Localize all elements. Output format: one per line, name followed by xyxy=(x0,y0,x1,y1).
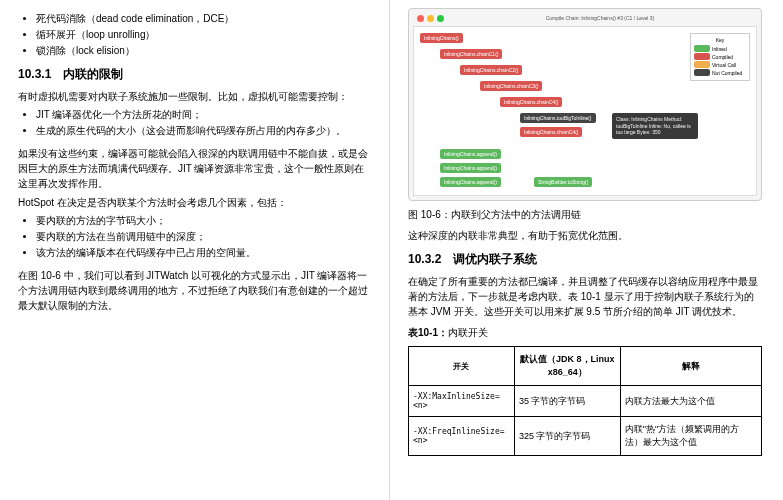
section-heading-10-3-2: 10.3.2调优内联子系统 xyxy=(408,251,762,268)
window-titlebar: Compile Chain: InliningChains() #3 (C1 /… xyxy=(413,13,757,24)
inline-switches-table: 开关 默认值（JDK 8，Linux x86_64） 解释 -XX:MaxInl… xyxy=(408,346,762,456)
window-chrome: Compile Chain: InliningChains() #3 (C1 /… xyxy=(408,8,762,201)
chain-node-inlined[interactable]: InliningChains.append() xyxy=(440,163,501,173)
page-right: Compile Chain: InliningChains() #3 (C1 /… xyxy=(390,0,780,500)
bullet: 生成的原生代码的大小（这会进而影响代码缓存所占用的内存多少）。 xyxy=(36,124,371,138)
minimize-icon[interactable] xyxy=(427,15,434,22)
chain-node-inlined[interactable]: InliningChains.append() xyxy=(440,177,501,187)
chain-node-inlined[interactable]: InliningChains.append() xyxy=(440,149,501,159)
bullets-optimizations: 死代码消除（dead code elimination，DCE） 循环展开（lo… xyxy=(36,12,371,58)
th-default: 默认值（JDK 8，Linux x86_64） xyxy=(514,347,620,386)
figure-caption: 图 10-6：内联到父方法中的方法调用链 xyxy=(408,207,762,222)
compile-chain-canvas: InliningChains() InliningChains.chainC1(… xyxy=(413,26,757,196)
maximize-icon[interactable] xyxy=(437,15,444,22)
bullet: 循环展开（loop unrolling） xyxy=(36,28,371,42)
table-row: -XX:FreqInlineSize=<n> 325 字节的字节码 内联"热"方… xyxy=(409,417,762,456)
bullets-limits: JIT 编译器优化一个方法所花的时间； 生成的原生代码的大小（这会进而影响代码缓… xyxy=(36,108,371,138)
paragraph: 这种深度的内联非常典型，有助于拓宽优化范围。 xyxy=(408,228,762,243)
tooltip: Class: InliningChains Method: tooBigToIn… xyxy=(612,113,698,139)
chain-node-not-inlined[interactable]: InliningChains.tooBigToInline() xyxy=(520,113,596,123)
window-title: Compile Chain: InliningChains() #3 (C1 /… xyxy=(447,15,753,22)
chain-node[interactable]: InliningChains.chainC3() xyxy=(480,81,542,91)
chain-node-inlined[interactable]: StringBuilder.toString() xyxy=(534,177,592,187)
th-switch: 开关 xyxy=(409,347,515,386)
th-explain: 解释 xyxy=(620,347,761,386)
close-icon[interactable] xyxy=(417,15,424,22)
table-row: -XX:MaxInlineSize=<n> 35 字节的字节码 内联方法最大为这… xyxy=(409,386,762,417)
paragraph: 在图 10-6 中，我们可以看到 JITWatch 以可视化的方式显示出，JIT… xyxy=(18,268,371,313)
legend: Key Inlined Compiled Virtual Call Not Co… xyxy=(690,33,750,81)
page-left: 死代码消除（dead code elimination，DCE） 循环展开（lo… xyxy=(0,0,390,500)
bullet: JIT 编译器优化一个方法所花的时间； xyxy=(36,108,371,122)
bullets-factors: 要内联的方法的字节码大小； 要内联的方法在当前调用链中的深度； 该方法的编译版本… xyxy=(36,214,371,260)
section-heading-10-3-1: 10.3.1内联的限制 xyxy=(18,66,371,83)
chain-node[interactable]: InliningChains() xyxy=(420,33,463,43)
paragraph: 如果没有这些约束，编译器可能就会陷入很深的内联调用链中不能自拔，或是会因巨大的原… xyxy=(18,146,371,191)
paragraph: HotSpot 在决定是否内联某个方法时会考虑几个因素，包括： xyxy=(18,195,371,210)
chain-node[interactable]: InliningChains.chainC1() xyxy=(440,49,502,59)
bullet: 要内联的方法在当前调用链中的深度； xyxy=(36,230,371,244)
paragraph: 有时虚拟机需要对内联子系统施加一些限制。比如，虚拟机可能需要控制： xyxy=(18,89,371,104)
legend-title: Key xyxy=(694,37,746,43)
bullet: 死代码消除（dead code elimination，DCE） xyxy=(36,12,371,26)
table-header-row: 开关 默认值（JDK 8，Linux x86_64） 解释 xyxy=(409,347,762,386)
chain-node[interactable]: InliningChains.chainC4() xyxy=(500,97,562,107)
bullet: 该方法的编译版本在代码缓存中已占用的空间量。 xyxy=(36,246,371,260)
paragraph: 在确定了所有重要的方法都已编译，并且调整了代码缓存以容纳应用程序中最显著的方法后… xyxy=(408,274,762,319)
bullet: 要内联的方法的字节码大小； xyxy=(36,214,371,228)
bullet: 锁消除（lock elision） xyxy=(36,44,371,58)
chain-node[interactable]: InliningChains.chainC2() xyxy=(460,65,522,75)
figure-10-6: Compile Chain: InliningChains() #3 (C1 /… xyxy=(408,8,762,201)
chain-node[interactable]: InliningChains.chainC4() xyxy=(520,127,582,137)
table-caption: 表10-1：内联开关 xyxy=(408,325,762,340)
